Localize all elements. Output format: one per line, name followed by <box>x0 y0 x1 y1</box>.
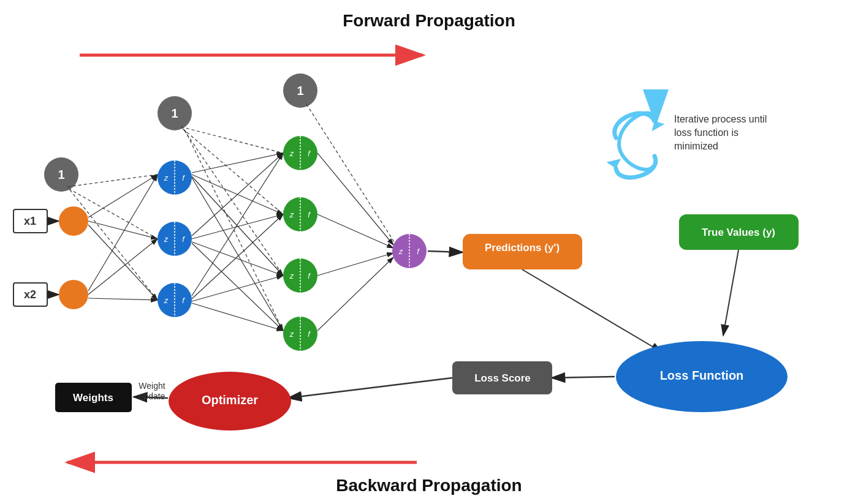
pred-to-loss-fn <box>522 269 662 352</box>
weight-update-label-2: update <box>139 391 165 401</box>
h11-h21 <box>192 153 283 173</box>
optimizer-label: Optimizer <box>202 393 258 407</box>
bias2-h2-3 <box>184 130 283 276</box>
weight-update-label-1: Weight <box>139 381 165 391</box>
loss-score-label: Loss Score <box>474 372 531 384</box>
h1-1-z: z <box>164 173 169 182</box>
h11-h24 <box>192 178 283 331</box>
loss-function-label: Loss Function <box>660 369 744 382</box>
h13-h21 <box>192 153 283 296</box>
loss-fn-to-score <box>552 377 615 378</box>
in1-h1 <box>88 175 158 217</box>
h13-h23 <box>192 276 283 301</box>
x1-label: x1 <box>24 215 36 227</box>
bias-1-label: 1 <box>58 168 64 181</box>
out-to-pred <box>428 251 463 252</box>
bias-3-label: 1 <box>297 84 303 97</box>
bias2-h2-4 <box>185 130 283 331</box>
true-values-label: True Values (y) <box>702 227 775 238</box>
in2-h2 <box>88 239 158 295</box>
h1-3-z: z <box>164 296 169 305</box>
bias-2-label: 1 <box>171 107 178 120</box>
bias3-out <box>306 104 395 244</box>
h12-h21 <box>192 153 283 236</box>
input-node-1 <box>59 206 88 236</box>
in2-h3 <box>88 298 158 300</box>
h24-out <box>317 257 393 331</box>
iterative-text-1: Iterative process until <box>674 114 767 124</box>
h2-4-z: z <box>289 329 294 339</box>
score-to-optimizer <box>288 378 452 398</box>
iterative-text-3: minimized <box>674 141 718 151</box>
x2-label: x2 <box>24 288 36 301</box>
iterative-arrow-bottom <box>619 144 656 170</box>
bias1-h1-1 <box>67 175 158 187</box>
input-node-2 <box>59 280 88 309</box>
h2-1-z: z <box>289 149 294 158</box>
out-z: z <box>398 247 403 256</box>
iterative-text-2: loss function is <box>674 127 738 138</box>
h2-2-z: z <box>289 210 294 219</box>
h23-out <box>317 253 393 276</box>
h2-3-z: z <box>289 271 294 280</box>
predictions-label-1: Predictions (y') <box>485 242 560 254</box>
weights-label: Weights <box>73 392 113 404</box>
h1-2-z: z <box>164 235 169 244</box>
h11-h23 <box>192 176 283 276</box>
true-to-loss-fn <box>723 250 738 336</box>
h12-h23 <box>192 242 283 276</box>
